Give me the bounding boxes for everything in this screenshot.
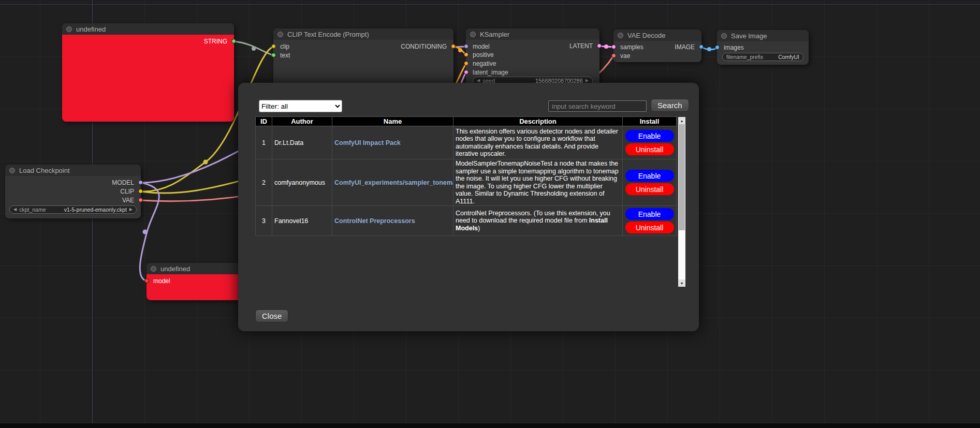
search-input[interactable] [548,100,647,112]
ext-name-link[interactable]: ComfyUI_experiments/sampler_tonemap [334,179,454,186]
node-vae-decode[interactable]: VAE Decode samples vae IMAGE [613,29,701,62]
table-row: 2 comfyanonymous ComfyUI_experiments/sam… [256,159,677,206]
node-header[interactable]: KSampler [466,28,599,40]
input-port-text[interactable] [271,53,276,57]
uninstall-button[interactable]: Uninstall [625,143,674,155]
node-body [62,35,234,122]
node-title: undefined [76,25,106,33]
input-port-model[interactable] [464,44,469,49]
output-slot-model: MODEL [112,179,141,186]
widget-left-arrow-icon[interactable]: ◀ [477,79,480,83]
collapse-dot-icon[interactable] [470,32,476,37]
output-slot-image: IMAGE [675,43,701,51]
collapse-dot-icon[interactable] [9,168,15,173]
input-slot-images: images [717,44,744,51]
slot-label: LATENT [569,42,593,50]
ext-author: Fannovel16 [272,206,332,236]
enable-button[interactable]: Enable [625,170,674,182]
table-row: 1 Dr.Lt.Data ComfyUI Impact Pack This ex… [256,126,677,159]
scroll-up-icon[interactable]: ▲ [678,117,685,124]
node-clip-text-encode[interactable]: CLIP Text Encode (Prompt) clip text COND… [273,28,454,90]
input-port-clip[interactable] [271,44,276,49]
manager-extension-dialog: Filter: all Search ID Author Name Descri… [238,83,699,331]
output-port-conditioning[interactable] [451,44,456,49]
node-header[interactable]: Save Image [717,30,809,41]
table-header-row: ID Author Name Description Install [256,117,677,126]
widget-right-arrow-icon[interactable]: ▶ [129,208,133,212]
node-save-image[interactable]: Save Image images filename_prefix ComfyU… [717,30,809,65]
input-slot-positive: positive [466,51,494,58]
search-button[interactable]: Search [651,99,689,112]
col-header-install: Install [623,117,677,126]
scroll-down-icon[interactable]: ▼ [678,279,685,287]
node-undefined-top[interactable]: undefined STRING [62,23,234,122]
scrollbar-thumb[interactable] [679,124,685,230]
enable-button[interactable]: Enable [625,130,674,142]
ext-name-link[interactable]: ControlNet Preprocessors [334,217,415,225]
col-header-id: ID [256,117,272,126]
slot-label: CONDITIONING [401,43,447,50]
output-port-vae[interactable] [138,198,143,202]
slot-label: CLIP [120,188,134,195]
slot-label: vae [620,52,630,60]
node-title: VAE Decode [627,32,665,39]
slot-label: latent_image [473,69,508,76]
slot-label: positive [473,51,494,58]
input-slot-clip: clip [273,43,289,50]
output-port-clip[interactable] [138,189,143,194]
output-port-model[interactable] [138,180,143,185]
enable-button[interactable]: Enable [625,208,674,220]
collapse-dot-icon[interactable] [721,33,727,39]
slot-label: STRING [204,38,227,45]
ext-id: 2 [256,159,272,206]
node-header[interactable]: Load Checkpoint [5,165,141,176]
close-button[interactable]: Close [255,309,288,322]
ext-description: ControlNet Preprocessors. (To use this e… [454,206,623,236]
collapse-dot-icon[interactable] [151,266,156,272]
input-port-images[interactable] [715,45,720,50]
widget-value: ComfyUI [778,54,799,60]
collapse-dot-icon[interactable] [66,26,72,32]
widget-right-arrow-icon[interactable]: ▶ [586,79,589,83]
ext-name-link[interactable]: ComfyUI Impact Pack [334,139,401,146]
widget-name: filename_prefix [726,54,763,60]
node-header[interactable]: VAE Decode [613,29,701,41]
col-header-description: Description [454,117,623,126]
input-port-samples[interactable] [611,45,616,49]
slot-label: images [724,44,744,51]
node-ksampler[interactable]: KSampler model positive negative latent_… [466,28,599,88]
input-port-model[interactable] [144,278,149,283]
uninstall-button[interactable]: Uninstall [625,183,674,195]
collapse-dot-icon[interactable] [618,33,623,38]
filter-select[interactable]: Filter: all [259,100,342,112]
output-port-image[interactable] [699,45,704,49]
node-header[interactable]: undefined [62,23,234,35]
ext-author: Dr.Lt.Data [272,126,332,159]
ckpt-name-widget[interactable]: ◀ ckpt_name v1-5-pruned-emaonly.ckpt ▶ [9,205,137,214]
output-slot-latent: LATENT [569,42,599,50]
node-header[interactable]: CLIP Text Encode (Prompt) [273,28,454,40]
table-row: 3 Fannovel16 ControlNet Preprocessors Co… [256,206,677,236]
input-slot-model: model [147,277,170,285]
widget-value: v1-5-pruned-emaonly.ckpt [64,206,127,213]
output-port-latent[interactable] [597,43,602,48]
node-title: CLIP Text Encode (Prompt) [287,31,369,38]
input-port-negative[interactable] [464,61,469,66]
node-load-checkpoint[interactable]: Load Checkpoint MODEL CLIP VAE ◀ ckpt_na… [5,165,141,218]
input-slot-text: text [273,52,290,59]
input-port-latent-image[interactable] [464,70,469,75]
output-port-string[interactable] [231,39,236,43]
input-port-vae[interactable] [611,53,616,58]
filename-prefix-widget[interactable]: filename_prefix ComfyUI [722,53,803,61]
collapse-dot-icon[interactable] [277,32,283,37]
node-title: undefined [160,265,190,273]
col-header-name: Name [332,117,454,126]
uninstall-button[interactable]: Uninstall [625,222,674,233]
slot-label: text [280,52,290,59]
widget-left-arrow-icon[interactable]: ◀ [13,208,17,212]
input-port-positive[interactable] [464,52,469,57]
slot-label: clip [280,43,289,50]
extension-table: ID Author Name Description Install 1 Dr.… [255,116,677,236]
comfyui-graph-canvas[interactable]: undefined STRING CLIP Text Encode (Promp… [0,0,980,428]
table-scrollbar[interactable]: ▲ ▼ [678,117,685,287]
